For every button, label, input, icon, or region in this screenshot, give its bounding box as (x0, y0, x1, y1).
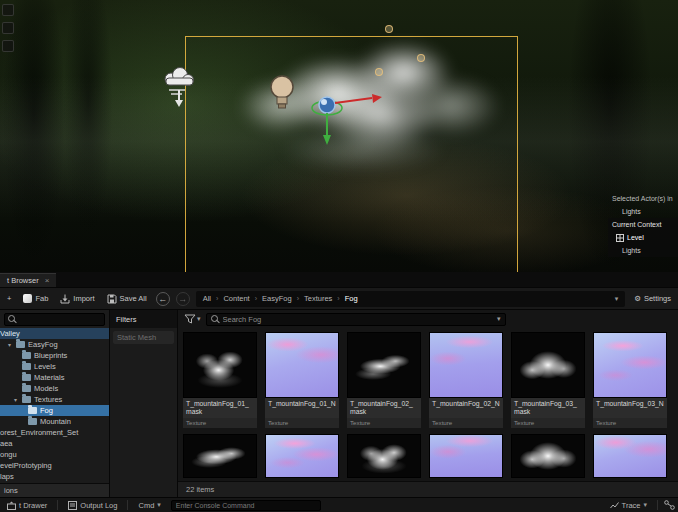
tree-item-blueprints[interactable]: Blueprints (0, 350, 109, 361)
import-button[interactable]: Import (57, 292, 97, 306)
filter-funnel-icon[interactable]: ▾ (184, 314, 201, 324)
breadcrumb-separator-icon: › (216, 295, 218, 302)
trace-dropdown[interactable]: Trace ▾ (606, 499, 651, 512)
tree-item-maps[interactable]: laps (0, 471, 109, 482)
tree-item-fog[interactable]: Fog (0, 405, 109, 416)
transform-gizmo[interactable] (300, 78, 392, 148)
collections-section[interactable]: ions (0, 483, 109, 497)
cmd-dropdown[interactable]: Cmd ▾ (134, 499, 164, 512)
tree-item-models[interactable]: Models (0, 383, 109, 394)
viewport-icon-3[interactable] (2, 40, 14, 52)
divider (657, 500, 658, 510)
sources-search-row (0, 310, 109, 328)
content-drawer-button[interactable]: t Drawer (3, 499, 51, 512)
tab-content-browser[interactable]: t Browser × (0, 273, 56, 287)
import-icon (60, 294, 70, 304)
fab-button[interactable]: Fab (20, 292, 51, 305)
settings-label: Settings (644, 294, 671, 303)
asset-tile[interactable] (265, 434, 339, 478)
breadcrumb: All › Content › EasyFog › Textures › Fog… (196, 291, 625, 307)
folder-icon (22, 363, 31, 370)
content-browser-toolbar: + Fab Import Save All ← → All › Content (0, 287, 678, 310)
asset-view-panel: ▾ ▾ T_mountainFog_01_mask Texture T_moun… (178, 310, 678, 497)
forward-button[interactable]: → (176, 292, 190, 306)
asset-tile[interactable]: T_mountainFog_02_mask Texture (347, 332, 421, 428)
search-options-chevron-icon[interactable]: ▾ (497, 315, 501, 323)
folder-icon (22, 396, 31, 403)
fog-actor-billboard-icon[interactable] (160, 64, 198, 108)
back-button[interactable]: ← (156, 292, 170, 306)
revision-control-icon[interactable] (664, 500, 675, 510)
asset-tile[interactable] (347, 434, 421, 478)
folder-icon (22, 385, 31, 392)
selected-actors-label: Selected Actor(s) in (608, 192, 678, 205)
filter-static-mesh[interactable]: Static Mesh (113, 331, 174, 344)
light-sprite-icon[interactable] (417, 54, 425, 62)
texture-thumbnail-normal (593, 332, 667, 398)
tree-item-levelprototyping[interactable]: evelPrototyping (0, 460, 109, 471)
asset-tile[interactable]: T_mountainFog_01_N Texture (265, 332, 339, 428)
breadcrumb-all[interactable]: All (203, 294, 211, 303)
tree-item-materials[interactable]: Materials (0, 372, 109, 383)
path-dropdown-chevron-icon[interactable]: ▾ (615, 295, 619, 303)
asset-tile[interactable] (511, 434, 585, 478)
folder-icon (28, 418, 37, 425)
tree-item-valley[interactable]: ▾ Valley (0, 328, 109, 339)
status-bar-right: Trace ▾ (606, 499, 675, 512)
texture-thumbnail-mask (347, 332, 421, 398)
texture-thumbnail-normal (265, 332, 339, 398)
tree-item-levels[interactable]: Levels (0, 361, 109, 372)
asset-tile[interactable] (183, 434, 257, 478)
save-all-label: Save All (120, 294, 147, 303)
breadcrumb-content[interactable]: Content (223, 294, 249, 303)
tree-item-forest-environment-set[interactable]: orest_Environment_Set (0, 427, 109, 438)
breadcrumb-easyfog[interactable]: EasyFog (262, 294, 292, 303)
asset-tile[interactable]: T_mountainFog_01_mask Texture (183, 332, 257, 428)
tree-item-mountain[interactable]: Mountain (0, 416, 109, 427)
asset-tile[interactable]: T_mountainFog_03_N Texture (593, 332, 667, 428)
tree-item-textures[interactable]: ▾ Textures (0, 394, 109, 405)
breadcrumb-separator-icon: › (255, 295, 257, 302)
breadcrumb-separator-icon: › (337, 295, 339, 302)
texture-thumbnail-normal (429, 434, 503, 478)
asset-search-box: ▾ (206, 313, 506, 326)
tree-item-gaea[interactable]: aea (0, 438, 109, 449)
breadcrumb-textures[interactable]: Textures (304, 294, 332, 303)
console-command-input[interactable] (171, 500, 321, 511)
items-count: 22 items (186, 485, 214, 494)
viewport-3d[interactable]: Selected Actor(s) in Lights Current Cont… (0, 0, 678, 272)
level-icon (616, 234, 624, 242)
sources-search-input[interactable] (4, 313, 105, 326)
light-sprite-icon[interactable] (385, 25, 393, 33)
plus-icon: + (7, 294, 11, 303)
asset-tile[interactable] (429, 434, 503, 478)
divider (127, 500, 128, 510)
light-sprite-icon[interactable] (375, 68, 383, 76)
tree-item-easyfog[interactable]: ▾ EasyFog (0, 339, 109, 350)
content-browser-body: ▾ Valley ▾ EasyFog Blueprints (0, 310, 678, 497)
chevron-down-icon: ▾ (643, 501, 647, 509)
viewport-corner-icons (2, 4, 14, 52)
asset-grid: T_mountainFog_01_mask Texture T_mountain… (178, 328, 678, 481)
breadcrumb-fog[interactable]: Fog (345, 294, 358, 303)
light-bulb-billboard-icon[interactable] (268, 74, 296, 116)
output-log-icon (68, 501, 77, 510)
tab-close-icon[interactable]: × (45, 276, 50, 285)
settings-button[interactable]: ⚙ Settings (631, 292, 674, 305)
current-context-label: Current Context (608, 218, 678, 231)
add-button[interactable]: + (4, 292, 14, 305)
status-bar: t Drawer Output Log Cmd ▾ Trace ▾ (0, 497, 678, 512)
save-all-button[interactable]: Save All (104, 292, 150, 306)
output-log-button[interactable]: Output Log (64, 499, 121, 512)
asset-tile[interactable]: T_mountainFog_02_N Texture (429, 332, 503, 428)
viewport-icon-2[interactable] (2, 22, 14, 34)
trace-icon (610, 501, 619, 510)
asset-search-input[interactable] (223, 315, 494, 324)
asset-tile[interactable]: T_mountainFog_03_mask Texture (511, 332, 585, 428)
panel-tab-bar: t Browser × (0, 272, 678, 287)
viewport-icon-1[interactable] (2, 4, 14, 16)
tree-item-kongu[interactable]: ongu (0, 449, 109, 460)
asset-tile[interactable] (593, 434, 667, 478)
asset-search-row: ▾ ▾ (178, 310, 678, 328)
search-icon (211, 315, 220, 324)
